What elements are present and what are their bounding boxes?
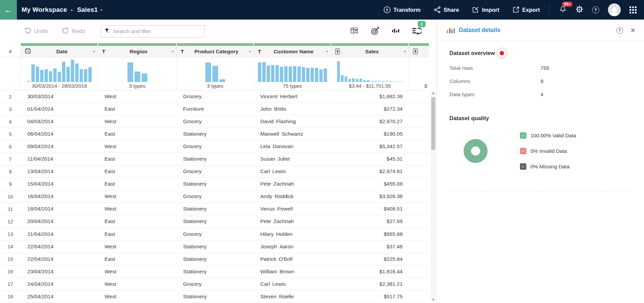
table-row[interactable]: 506/04/2014EastStationeryMaxwell·Schwart… — [0, 128, 429, 140]
cell-date[interactable]: 01/04/2014 — [21, 106, 98, 112]
cell-region[interactable]: West — [98, 206, 176, 212]
cell-category[interactable]: Stationery — [176, 269, 254, 275]
cell-region[interactable]: East — [98, 231, 176, 237]
cell-region[interactable]: West — [98, 193, 176, 199]
share-button[interactable]: Share — [434, 6, 459, 13]
cell-category[interactable]: Stationery — [176, 206, 254, 212]
cell-date[interactable]: 21/04/2014 — [21, 231, 98, 237]
cell-region[interactable]: West — [98, 93, 176, 100]
cell-region[interactable]: East — [98, 218, 176, 224]
cell-region[interactable]: East — [98, 256, 176, 262]
avatar[interactable] — [608, 3, 621, 16]
cell-date[interactable]: 22/04/2014 — [21, 256, 98, 262]
table-row[interactable]: 230/03/2014WestGroceryVincent·Herbert$1,… — [0, 90, 429, 103]
cell-sales[interactable]: $517.75 — [331, 294, 409, 300]
scroll-up-arrow-icon[interactable] — [431, 90, 436, 95]
table-row[interactable]: 1623/04/2014WestStationeryWilliam·Brown$… — [0, 266, 429, 278]
table-row[interactable]: 915/04/2014EastStationeryPete·Zachriah$4… — [0, 178, 429, 190]
column-menu-caret-icon[interactable]: ▾ — [172, 49, 174, 54]
cell-region[interactable]: West — [98, 269, 176, 275]
table-row[interactable]: 1321/04/2014EastGroceryHilary·Holden$955… — [0, 228, 429, 241]
table-row[interactable]: 609/04/2014WestGroceryLela·Donovan$5,342… — [0, 140, 429, 153]
cell-category[interactable]: Stationery — [176, 244, 254, 250]
column-header-sales[interactable]: $Sales▾ — [331, 46, 409, 57]
cell-region[interactable]: East — [98, 106, 176, 112]
vertical-scrollbar[interactable] — [431, 90, 436, 302]
panel-help-icon[interactable]: ? — [616, 27, 623, 34]
cell-date[interactable]: 06/04/2014 — [21, 131, 98, 137]
cell-category[interactable]: Grocery — [176, 168, 254, 174]
column-header-date[interactable]: Date▾ — [21, 46, 98, 57]
redo-button[interactable]: Redo — [62, 27, 86, 36]
cell-region[interactable]: West — [98, 118, 176, 125]
column-header-category[interactable]: TProduct Category▾ — [176, 46, 254, 57]
histogram-category[interactable]: 3 types — [176, 57, 254, 90]
cell-date[interactable]: 11/04/2014 — [21, 156, 98, 162]
cell-sales[interactable]: $2,970.27 — [331, 118, 409, 125]
cell-customer[interactable]: Joseph·Aaron — [254, 244, 331, 250]
cell-region[interactable]: West — [98, 281, 176, 287]
cell-region[interactable]: West — [98, 294, 176, 300]
cell-category[interactable]: Grocery — [176, 281, 254, 287]
column-header-region[interactable]: TRegion▾ — [98, 46, 176, 57]
cell-date[interactable]: 09/04/2014 — [21, 143, 98, 149]
cell-customer[interactable]: Maxwell·Schwartz — [254, 131, 331, 137]
cell-region[interactable]: East — [98, 131, 176, 137]
cell-customer[interactable]: William·Brown — [254, 269, 331, 275]
cell-date[interactable]: 23/04/2014 — [21, 269, 98, 275]
cell-sales[interactable]: $3,928.38 — [331, 193, 409, 199]
export-button[interactable]: Export — [512, 6, 540, 13]
cell-sales[interactable]: $225.84 — [331, 256, 409, 262]
gear-icon[interactable] — [576, 5, 583, 15]
search-input[interactable] — [113, 28, 201, 34]
table-row[interactable]: 1422/04/2014WestStationeryJoseph·Aaron$3… — [0, 241, 429, 253]
breadcrumb-workspace[interactable]: My Workspace — [22, 6, 67, 13]
scrollbar-thumb[interactable] — [431, 97, 435, 150]
cell-customer[interactable]: Vincent·Herbert — [254, 93, 331, 100]
cell-category[interactable]: Grocery — [176, 231, 254, 237]
cell-category[interactable]: Stationery — [176, 181, 254, 187]
cell-customer[interactable]: Lela·Donovan — [254, 143, 331, 149]
cell-customer[interactable]: Susan·Juliet — [254, 156, 331, 162]
column-header-extra[interactable]: $ — [409, 46, 429, 57]
cell-customer[interactable]: Pete·Zachriah — [254, 181, 331, 187]
histogram-region[interactable]: 3 types — [98, 57, 176, 90]
target-icon[interactable] — [371, 26, 380, 37]
history-icon[interactable]: 1 — [412, 26, 421, 37]
search-filter-box[interactable] — [101, 25, 205, 37]
import-button[interactable]: Import — [472, 6, 499, 13]
cell-sales[interactable]: $190.05 — [331, 131, 409, 137]
checkbox-check-icon[interactable]: ✓ — [520, 132, 526, 139]
cell-category[interactable]: Grocery — [176, 118, 254, 125]
cell-sales[interactable]: $2,974.81 — [331, 168, 409, 174]
histogram-customer[interactable]: 75 types — [254, 57, 331, 90]
cell-date[interactable]: 22/04/2014 — [21, 244, 98, 250]
table-row[interactable]: 813/04/2014EastGroceryCarl·Lewis$2,974.8… — [0, 165, 429, 178]
cell-category[interactable]: Grocery — [176, 93, 254, 100]
cell-category[interactable]: Grocery — [176, 193, 254, 199]
cell-customer[interactable]: Pete·Zachriah — [254, 218, 331, 224]
column-menu-caret-icon[interactable]: ▾ — [326, 49, 328, 54]
cell-sales[interactable]: $37.48 — [331, 244, 409, 250]
cell-date[interactable]: 15/04/2014 — [21, 181, 98, 187]
cell-category[interactable]: Stationery — [176, 218, 254, 224]
cell-region[interactable]: East — [98, 181, 176, 187]
cell-sales[interactable]: $455.08 — [331, 181, 409, 187]
scroll-down-arrow-icon[interactable] — [431, 297, 436, 302]
column-header-customer[interactable]: TCustomer Name▾ — [254, 46, 331, 57]
cell-category[interactable]: Stationery — [176, 294, 254, 300]
apps-grid-icon[interactable] — [630, 6, 637, 13]
cell-customer[interactable]: David·Flashing — [254, 118, 331, 125]
cell-customer[interactable]: Andy·Roddick — [254, 193, 331, 199]
histogram-date[interactable]: 30/03/2014 - 28/03/2018 — [21, 57, 98, 90]
table-row[interactable]: 1522/04/2014EastStationeryPatrick·O'Bril… — [0, 253, 429, 266]
cell-customer[interactable]: Venus·Powell — [254, 206, 331, 212]
table-search-icon[interactable] — [350, 26, 359, 37]
breadcrumb-dataset[interactable]: Sales1 — [77, 6, 98, 13]
cell-date[interactable]: 16/04/2014 — [21, 193, 98, 199]
cell-category[interactable]: Stationery — [176, 256, 254, 262]
cell-sales[interactable]: $45.31 — [331, 156, 409, 162]
help-icon[interactable]: ? — [592, 6, 599, 13]
cell-customer[interactable]: Carl·Lewis — [254, 168, 331, 174]
cell-category[interactable]: Stationery — [176, 156, 254, 162]
